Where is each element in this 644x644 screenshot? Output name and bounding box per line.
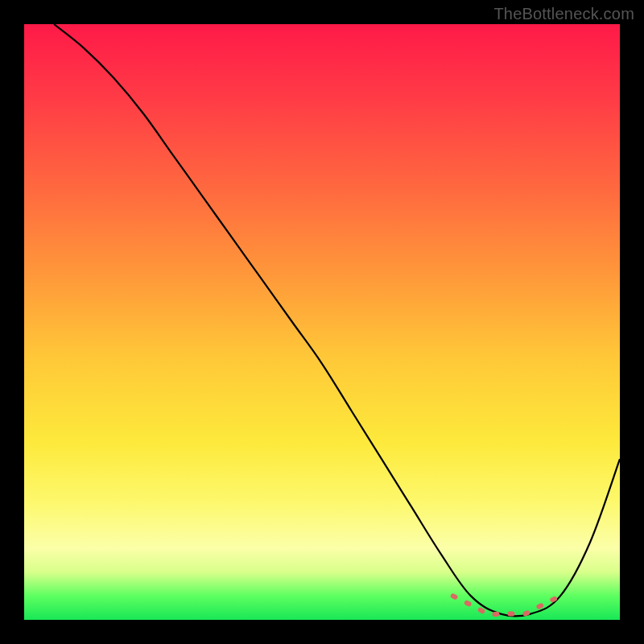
chart-frame: TheBottleneck.com: [0, 0, 644, 644]
plot-area: [24, 24, 620, 620]
watermark-text: TheBottleneck.com: [493, 5, 634, 23]
bottleneck-curve-line: [54, 24, 620, 617]
bottleneck-curve-svg: [24, 24, 620, 620]
min-range-dashed-line: [453, 596, 560, 614]
